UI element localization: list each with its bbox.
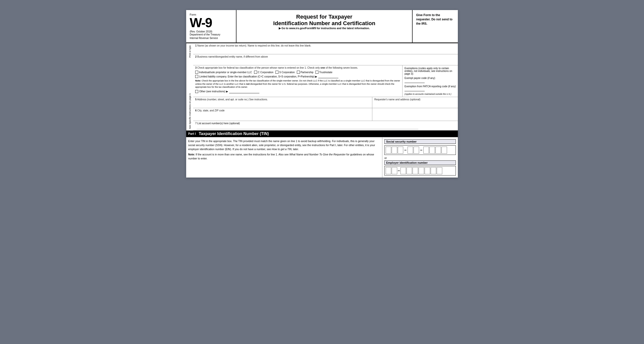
field-1-label: 1 Name (as shown on your income tax retu… [195, 44, 456, 47]
part1-note: Note: If the account is in more than one… [188, 153, 380, 161]
ssn-boxes: – – [384, 145, 456, 155]
exempt-payee-label: Exempt payee code (if any) [405, 77, 456, 83]
ssn-digit-8[interactable] [435, 147, 441, 154]
field-5-label: 5 Address (number, street, and apt. or s… [195, 98, 370, 101]
form-w9-page: Form W-9 (Rev. October 2018) Department … [186, 10, 458, 178]
field-2-label: 2 Business name/disregarded entity name,… [195, 55, 456, 58]
ssn-group3 [423, 147, 447, 154]
s-corp-checkbox-box[interactable] [275, 71, 278, 74]
header-center: Request for TaxpayerIdentification Numbe… [236, 10, 413, 42]
side-label: See Specific Instructions on page 3. Pri… [186, 43, 193, 131]
row4-exemptions: Exemptions (codes apply only to certain … [403, 65, 458, 97]
form-dept1: Department of the Treasury [190, 33, 232, 36]
c-corp-checkbox-box[interactable] [254, 71, 257, 74]
field-1-input-area[interactable] [195, 48, 456, 53]
part1-label: Part I [188, 132, 196, 136]
or-text: or [384, 156, 456, 159]
checkboxes-row: Individual/sole proprietor or single-mem… [195, 71, 400, 74]
field-7-row: 7 List account number(s) here (optional) [193, 121, 458, 131]
checkbox-individual[interactable]: Individual/sole proprietor or single-mem… [195, 71, 252, 74]
ssn-digit-3[interactable] [398, 147, 403, 154]
part1-left: Enter your TIN in the appropriate box. T… [186, 137, 382, 178]
checkbox-s-corp[interactable]: S Corporation [275, 71, 295, 74]
address-left: 5 Address (number, street, and apt. or s… [193, 97, 372, 108]
field-7-input[interactable] [197, 125, 418, 129]
ssn-digit-9[interactable] [441, 147, 447, 154]
field-6-input[interactable] [195, 112, 370, 118]
ssn-dash-2: – [420, 148, 422, 152]
header-left: Form W-9 (Rev. October 2018) Department … [186, 10, 236, 42]
ssn-digit-1[interactable] [386, 147, 391, 154]
requester-input[interactable] [374, 101, 456, 107]
form-number: W-9 [190, 16, 232, 29]
city-left: 6 City, state, and ZIP code [193, 108, 372, 121]
llc-classification-input[interactable] [318, 75, 338, 78]
ssn-digit-7[interactable] [429, 147, 435, 154]
ssn-digit-5[interactable] [414, 147, 419, 154]
part1-right: Social security number – – [382, 137, 458, 178]
city-container: 6 City, state, and ZIP code [193, 108, 458, 121]
trust-checkbox-box[interactable] [315, 71, 318, 74]
ein-digit-9[interactable] [437, 167, 442, 174]
field-1-row: 1 Name (as shown on your income tax retu… [193, 43, 458, 54]
ssn-dash-1: – [404, 148, 407, 152]
part1-container: Enter your TIN in the appropriate box. T… [186, 137, 458, 178]
part1-title: Taxpayer Identification Number (TIN) [199, 132, 269, 136]
field-2-input[interactable] [195, 59, 456, 64]
partnership-checkbox-box[interactable] [297, 71, 300, 74]
give-form-text: Give Form to the requester. Do not send … [416, 13, 454, 26]
fatca-input[interactable] [405, 88, 425, 91]
field-3-label: 3 Check appropriate box for federal tax … [195, 66, 400, 69]
ein-digit-7[interactable] [425, 167, 430, 174]
other-checkbox-box[interactable] [195, 90, 198, 93]
ssn-label: Social security number [384, 139, 456, 144]
form-body: See Specific Instructions on page 3. Pri… [186, 43, 458, 131]
ssn-digit-4[interactable] [408, 147, 413, 154]
field-2-row: 2 Business name/disregarded entity name,… [193, 54, 458, 65]
field-6-label: 6 City, state, and ZIP code [195, 109, 370, 112]
form-rev: (Rev. October 2018) [190, 30, 232, 33]
row3-container: 3 Check appropriate box for federal tax … [193, 65, 458, 97]
note-text-3: Note: Check the appropriate box in the l… [195, 79, 400, 89]
row3-left: 3 Check appropriate box for federal tax … [193, 65, 403, 97]
exemptions-label: Exemptions (codes apply only to certain … [405, 67, 456, 75]
requester-label: Requester's name and address (optional) [374, 98, 456, 101]
ein-label: Employer identification number [384, 160, 456, 165]
exempt-payee-input[interactable] [405, 79, 425, 83]
ssn-digit-2[interactable] [392, 147, 397, 154]
form-fields: 1 Name (as shown on your income tax retu… [193, 43, 458, 131]
ein-boxes: – [384, 166, 456, 176]
ein-digit-8[interactable] [431, 167, 436, 174]
requester-address-input[interactable] [374, 109, 456, 120]
checkbox-partnership[interactable]: Partnership [297, 71, 313, 74]
field-1-input[interactable] [195, 48, 456, 53]
ssn-digit-6[interactable] [423, 147, 429, 154]
ein-digit-4[interactable] [407, 167, 412, 174]
ein-digit-1[interactable] [386, 167, 391, 174]
llc-checkbox-box[interactable] [195, 75, 198, 78]
ein-digit-6[interactable] [419, 167, 424, 174]
fatca-label-wrapper: Exemption from FATCA reporting code (if … [405, 85, 456, 91]
form-title1: Request for TaxpayerIdentification Numbe… [242, 14, 407, 27]
goto-text: ▶ Go to www.irs.gov/FormW9 for instructi… [242, 27, 407, 30]
part1-body1: Enter your TIN in the appropriate box. T… [188, 139, 380, 151]
individual-checkbox-box[interactable] [195, 71, 198, 74]
other-input[interactable] [229, 90, 259, 93]
address-container: 5 Address (number, street, and apt. or s… [193, 97, 458, 108]
ein-dash: – [398, 168, 400, 173]
other-row: Other (see instructions) ▶ [195, 90, 400, 93]
field-2-input-area[interactable] [195, 59, 456, 64]
city-right [372, 108, 458, 121]
requester-field: Requester's name and address (optional) [372, 97, 458, 108]
ssn-group1 [386, 147, 403, 154]
checkbox-trust[interactable]: Trust/estate [315, 71, 332, 74]
ein-digit-5[interactable] [413, 167, 418, 174]
applies-text: (Applies to accounts maintained outside … [405, 93, 456, 95]
form-header: Form W-9 (Rev. October 2018) Department … [186, 10, 458, 43]
checkbox-c-corp[interactable]: C Corporation [254, 71, 273, 74]
ein-digit-3[interactable] [400, 167, 406, 174]
ein-digit-2[interactable] [392, 167, 397, 174]
part1-header: Part I Taxpayer Identification Number (T… [186, 131, 458, 137]
ssn-group2 [408, 147, 419, 154]
field-5-input[interactable] [195, 101, 370, 107]
